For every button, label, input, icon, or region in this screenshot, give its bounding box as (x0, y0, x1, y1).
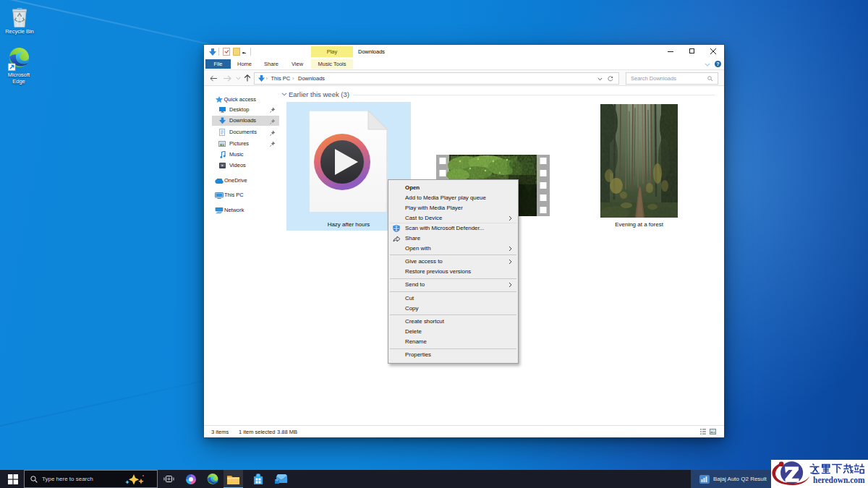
svg-text:heredown.com: heredown.com (813, 476, 865, 484)
